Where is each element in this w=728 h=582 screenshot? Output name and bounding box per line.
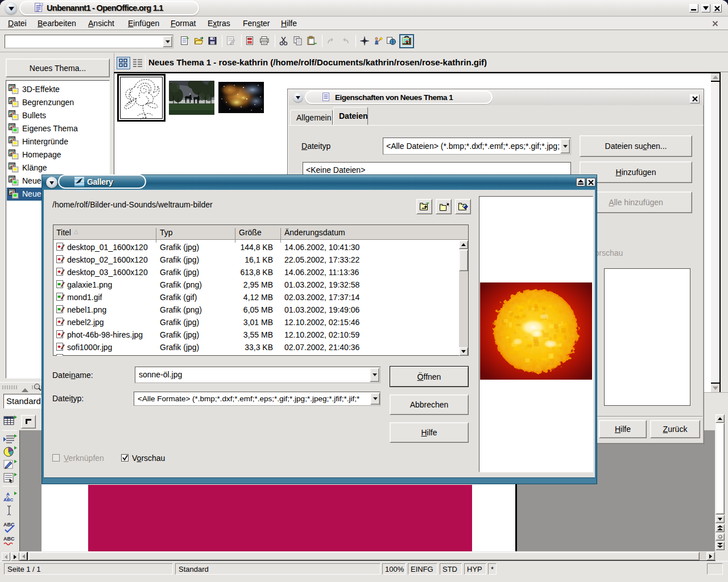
svg-text:A: A — [6, 492, 10, 497]
svg-text:ABC: ABC — [3, 536, 15, 542]
